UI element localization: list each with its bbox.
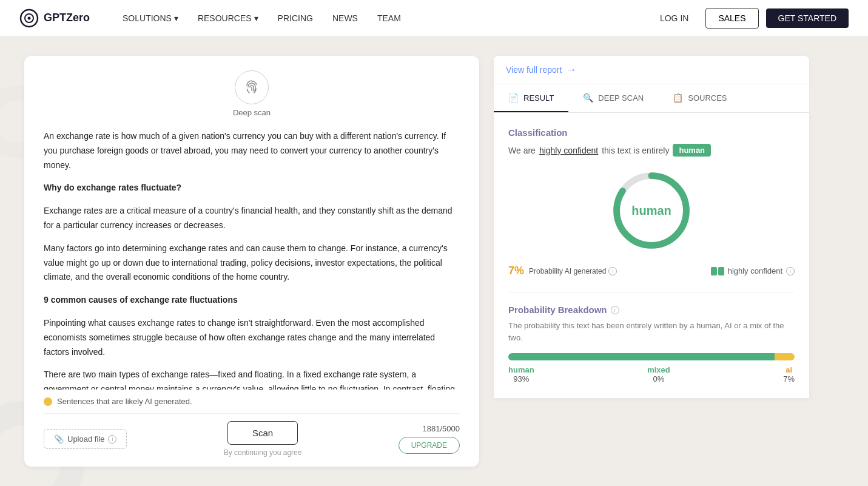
conf-bar-1 [711, 267, 717, 275]
nav-actions: LOG IN SALES GET STARTED [650, 8, 849, 29]
article-para-3: Many factors go into determining exchang… [44, 241, 460, 285]
stats-row: 7% Probability AI generated i highly con… [508, 265, 795, 277]
main-container: Deep scan An exchange rate is how much o… [0, 36, 868, 486]
upload-file-button[interactable]: 📎 Upload file i [44, 429, 127, 449]
nav-team[interactable]: TEAM [369, 8, 409, 28]
donut-chart-container: human [508, 171, 795, 250]
result-content: Classification We are highly confident t… [494, 113, 809, 398]
article-content: An exchange rate is how much of a given … [44, 129, 460, 390]
upload-info-icon[interactable]: i [108, 435, 116, 444]
prob-bar-container: human 93% mixed 0% ai 7% [508, 353, 795, 383]
article-para-5: Pinpointing what causes exchange rates t… [44, 316, 460, 359]
fingerprint-tab-icon: 🔍 [583, 93, 593, 103]
arrow-right-icon: → [567, 64, 576, 75]
nav-pricing[interactable]: PRICING [269, 8, 321, 28]
prob-title-row: Probability Breakdown i [508, 305, 795, 315]
logo-text: GPTZero [44, 12, 90, 24]
chevron-down-icon: ▾ [174, 13, 178, 23]
article-heading-1: Why do exchange rates fluctuate? [44, 181, 460, 195]
article-para-0: An exchange rate is how much of a given … [44, 129, 460, 172]
get-started-button[interactable]: GET STARTED [766, 8, 849, 28]
document-icon: 📄 [508, 93, 519, 103]
left-panel-footer: 📎 Upload file i Scan By continuing you a… [44, 413, 460, 457]
login-button[interactable]: LOG IN [650, 8, 698, 28]
ai-probability-label: Probability AI generated [529, 267, 606, 275]
scan-button[interactable]: Scan [227, 421, 298, 445]
prob-bar-human [508, 353, 775, 360]
nav-solutions[interactable]: SOLUTIONS ▾ [114, 8, 187, 28]
deep-scan-header: Deep scan [44, 70, 460, 117]
prob-labels: human 93% mixed 0% ai 7% [508, 365, 795, 383]
prob-description: The probability this text has been entir… [508, 320, 795, 343]
confidence-indicator: highly confident i [711, 266, 795, 275]
nav-links: SOLUTIONS ▾ RESOURCES ▾ PRICING NEWS TEA… [114, 8, 650, 28]
section-divider [508, 292, 795, 292]
sources-icon: 📋 [673, 93, 683, 103]
ai-sentence-note: Sentences that are likely AI generated. [44, 397, 460, 406]
tab-deep-scan[interactable]: 🔍 DEEP SCAN [568, 84, 658, 112]
result-tabs: 📄 RESULT 🔍 DEEP SCAN 📋 SOURCES [494, 84, 809, 113]
prob-info-icon[interactable]: i [611, 306, 619, 314]
confidence-text: We are highly confident this text is ent… [508, 144, 795, 157]
mixed-label: mixed [647, 365, 670, 374]
donut-label: human [631, 204, 671, 218]
ai-probability-pct: 7% [508, 265, 524, 277]
logo[interactable]: GPTZero [19, 8, 90, 28]
confident-label: highly confident [728, 266, 782, 275]
ai-label: ai [783, 365, 795, 374]
navbar: GPTZero SOLUTIONS ▾ RESOURCES ▾ PRICING … [0, 0, 868, 36]
confidence-bars [711, 267, 724, 275]
prob-bar-track [508, 353, 795, 360]
classification-title: Classification [508, 127, 795, 138]
report-link-bar: View full report → [494, 56, 809, 84]
nav-news[interactable]: NEWS [324, 8, 366, 28]
upgrade-button[interactable]: UPGRADE [399, 437, 460, 454]
nav-resources[interactable]: RESOURCES ▾ [189, 8, 267, 28]
svg-point-2 [28, 16, 31, 19]
ai-dot-icon [44, 397, 52, 406]
mixed-pct: 0% [647, 374, 670, 383]
classification-badge: human [673, 144, 711, 157]
ai-probability-stat: 7% Probability AI generated i [508, 265, 617, 277]
right-panel: View full report → 📄 RESULT 🔍 DEEP SCAN … [494, 56, 809, 467]
word-count: 1881/5000 [399, 424, 460, 433]
donut-chart: human [612, 171, 691, 250]
conf-bar-2 [718, 267, 724, 275]
prob-bar-ai [775, 353, 795, 360]
view-full-report-link[interactable]: View full report [506, 65, 562, 75]
probability-breakdown: Probability Breakdown i The probability … [508, 305, 795, 383]
article-para-6: There are two main types of exchange rat… [44, 368, 460, 390]
tab-result[interactable]: 📄 RESULT [494, 84, 568, 112]
prob-label-mixed: mixed 0% [647, 365, 670, 383]
ai-pct: 7% [783, 374, 795, 383]
human-label: human [508, 365, 534, 374]
tab-sources[interactable]: 📋 SOURCES [658, 84, 741, 112]
footer-right: 1881/5000 UPGRADE [399, 424, 460, 454]
prob-label-human: human 93% [508, 365, 534, 383]
classification-section: Classification We are highly confident t… [508, 127, 795, 277]
prob-label-ai: ai 7% [783, 365, 795, 383]
upload-icon: 📎 [54, 434, 64, 444]
confidence-info-icon[interactable]: i [786, 267, 795, 275]
ai-prob-info-icon[interactable]: i [608, 267, 617, 275]
highly-confident-link[interactable]: highly confident [539, 146, 598, 155]
chevron-down-icon: ▾ [254, 13, 258, 23]
prob-title: Probability Breakdown [508, 305, 607, 315]
left-panel: Deep scan An exchange rate is how much o… [24, 56, 479, 467]
human-pct: 93% [508, 374, 534, 383]
sales-button[interactable]: SALES [705, 8, 758, 29]
deep-scan-label: Deep scan [233, 108, 271, 117]
fingerprint-icon [235, 70, 269, 104]
article-heading-4: 9 common causes of exchange rate fluctua… [44, 293, 460, 308]
article-para-2: Exchange rates are a critical measure of… [44, 204, 460, 233]
